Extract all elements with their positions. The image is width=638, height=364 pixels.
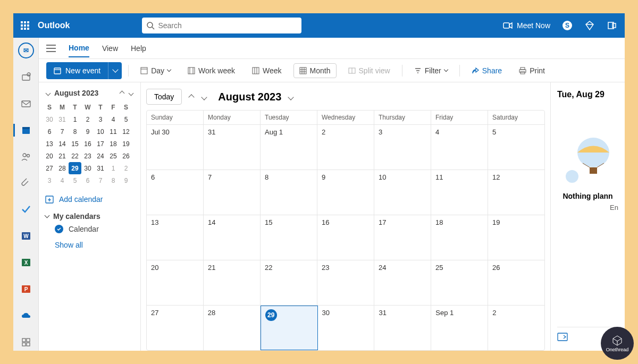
search-input[interactable] (142, 18, 301, 33)
show-all-link[interactable]: Show all (55, 241, 134, 249)
minical-day[interactable]: 1 (107, 162, 120, 174)
minical-day[interactable]: 30 (43, 113, 56, 125)
day-cell[interactable]: Jul 30 (147, 125, 204, 170)
view-workweek-button[interactable]: Work week (182, 64, 240, 78)
minical-day[interactable]: 17 (94, 138, 107, 150)
rail-onedrive[interactable] (18, 307, 35, 324)
my-calendars-toggle[interactable]: My calendars (45, 212, 134, 221)
minical-day[interactable]: 4 (56, 174, 69, 187)
tab-view[interactable]: View (102, 40, 118, 57)
minical-day[interactable]: 2 (120, 162, 132, 174)
day-cell[interactable]: 31 (204, 125, 261, 170)
day-cell[interactable]: 14 (204, 215, 261, 260)
minical-collapse[interactable] (45, 88, 51, 98)
day-cell[interactable]: 26 (488, 260, 544, 305)
premium-icon[interactable] (584, 20, 595, 31)
minical-day[interactable]: 30 (81, 162, 94, 174)
rail-outlook[interactable]: ✉ (18, 42, 35, 59)
minical-day[interactable]: 28 (56, 162, 69, 174)
day-cell[interactable]: 23 (317, 260, 374, 305)
minical-day[interactable]: 8 (69, 125, 81, 138)
minical-day[interactable]: 29 (69, 162, 81, 174)
day-cell[interactable]: 11 (431, 170, 488, 215)
new-event-dropdown[interactable] (108, 62, 122, 79)
add-calendar-button[interactable]: Add calendar (45, 195, 134, 204)
rail-todo[interactable] (18, 201, 35, 218)
view-day-button[interactable]: Day (135, 64, 176, 78)
minical-day[interactable]: 7 (56, 125, 69, 138)
day-cell[interactable]: 3 (374, 125, 431, 170)
calendar-list-item[interactable]: Calendar (55, 225, 134, 233)
rail-word[interactable]: W (18, 227, 35, 244)
minical-day[interactable]: 24 (94, 150, 107, 162)
day-cell[interactable]: 7 (204, 170, 261, 215)
view-week-button[interactable]: Week (247, 64, 287, 78)
day-cell[interactable]: 25 (431, 260, 488, 305)
app-launcher-icon[interactable] (21, 21, 29, 30)
day-cell[interactable]: 21 (204, 260, 261, 305)
meet-now-button[interactable]: Meet Now (503, 21, 550, 30)
day-cell[interactable]: 5 (488, 125, 544, 170)
minical-day[interactable]: 23 (81, 150, 94, 162)
minical-day[interactable]: 31 (56, 113, 69, 125)
day-cell[interactable]: 20 (147, 260, 204, 305)
rail-files[interactable] (18, 175, 35, 192)
minical-day[interactable]: 21 (56, 150, 69, 162)
teams-icon[interactable] (607, 20, 617, 31)
minical-day[interactable]: 11 (107, 125, 120, 138)
day-cell[interactable]: 10 (374, 170, 431, 215)
share-button[interactable]: Share (466, 64, 507, 78)
minical-day[interactable]: 6 (81, 174, 94, 187)
print-button[interactable]: Print (514, 64, 550, 78)
day-cell[interactable]: 8 (261, 170, 317, 215)
rail-more-apps[interactable] (18, 334, 35, 351)
day-cell[interactable]: 13 (147, 215, 204, 260)
minical-day[interactable]: 15 (69, 138, 81, 150)
minical-prev[interactable] (119, 88, 125, 98)
minical-day[interactable]: 8 (107, 174, 120, 187)
day-cell[interactable]: 19 (488, 215, 544, 260)
minical-day[interactable]: 9 (120, 174, 132, 187)
prev-month-button[interactable] (188, 91, 195, 103)
minical-day[interactable]: 20 (43, 150, 56, 162)
day-cell[interactable]: 12 (488, 170, 544, 215)
minical-day[interactable]: 19 (120, 138, 132, 150)
minical-day[interactable]: 27 (43, 162, 56, 174)
day-cell[interactable]: 2 (317, 125, 374, 170)
minical-day[interactable]: 16 (81, 138, 94, 150)
day-cell[interactable]: 30 (318, 306, 375, 350)
hamburger-icon[interactable] (46, 45, 56, 52)
day-cell[interactable]: 16 (317, 215, 374, 260)
rail-excel[interactable]: X (18, 254, 35, 271)
day-cell[interactable]: 28 (204, 306, 261, 350)
filter-button[interactable]: Filter (409, 64, 453, 78)
minical-day[interactable]: 9 (81, 125, 94, 138)
day-cell[interactable]: 2 (488, 306, 544, 350)
tab-home[interactable]: Home (69, 39, 89, 57)
minical-day[interactable]: 10 (94, 125, 107, 138)
minical-day[interactable]: 3 (43, 174, 56, 187)
minical-day[interactable]: 2 (81, 113, 94, 125)
rail-people[interactable] (18, 148, 35, 165)
minical-day[interactable]: 26 (120, 150, 132, 162)
day-cell[interactable]: 9 (317, 170, 374, 215)
rail-mail[interactable] (18, 69, 35, 86)
minical-day[interactable]: 31 (94, 162, 107, 174)
minical-next[interactable] (128, 88, 134, 98)
month-picker[interactable] (288, 91, 294, 103)
minical-day[interactable]: 22 (69, 150, 81, 162)
minical-day[interactable]: 25 (107, 150, 120, 162)
day-cell[interactable]: 4 (431, 125, 488, 170)
minical-day[interactable]: 13 (43, 138, 56, 150)
day-cell[interactable]: 17 (374, 215, 431, 260)
day-cell[interactable]: 6 (147, 170, 204, 215)
minical-day[interactable]: 5 (120, 113, 132, 125)
rail-calendar[interactable] (18, 122, 35, 139)
rail-inbox[interactable] (18, 95, 35, 112)
search-box[interactable] (142, 18, 301, 33)
minical-day[interactable]: 6 (43, 125, 56, 138)
minical-day[interactable]: 7 (94, 174, 107, 187)
next-month-button[interactable] (201, 91, 207, 103)
panel-action-icon[interactable] (557, 333, 568, 341)
day-cell[interactable]: 31 (374, 306, 431, 350)
